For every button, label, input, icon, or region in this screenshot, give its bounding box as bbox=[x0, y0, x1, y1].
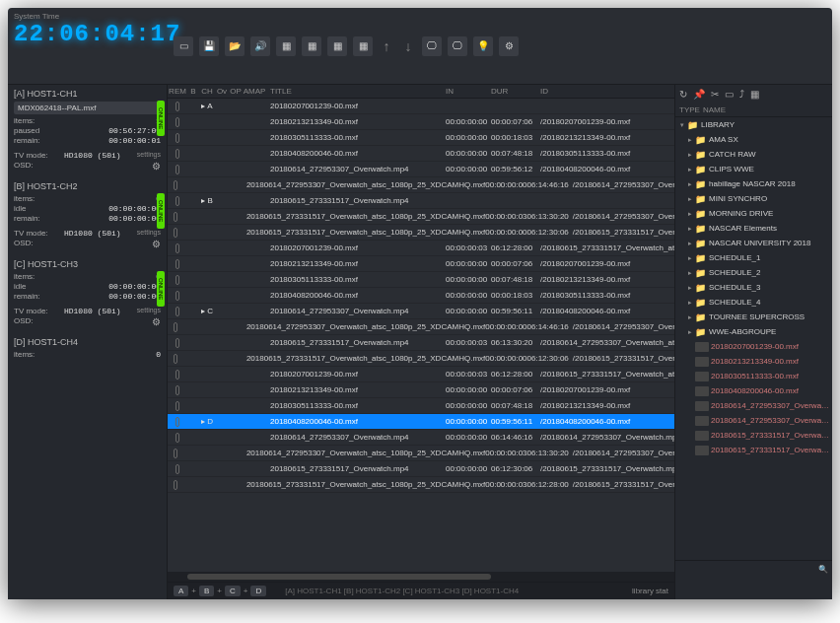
settings-link[interactable]: settings bbox=[137, 229, 161, 238]
library-body[interactable]: ▾📁LIBRARY▸📁AMA SX▸📁CATCH RAW▸📁CLIPS WWE▸… bbox=[675, 117, 832, 560]
playlist-row[interactable]: ▸ D 20180408200046-00.mxf 00:00:00:00 00… bbox=[168, 414, 674, 430]
col-rem[interactable]: REM bbox=[168, 87, 187, 96]
grid-icon[interactable]: ▦ bbox=[750, 89, 759, 100]
channel-button[interactable]: B bbox=[199, 586, 214, 596]
playlist-row[interactable]: 20180408200046-00.mxf 00:00:00:00 00:00:… bbox=[168, 288, 674, 304]
playlist-row[interactable]: 20180614_272953307_Overwatch_atsc_1080p_… bbox=[168, 446, 674, 461]
library-folder[interactable]: ▸📁CATCH RAW bbox=[675, 147, 832, 162]
library-folder[interactable]: ▸📁WWE-ABGROUPE bbox=[675, 324, 832, 339]
library-folder[interactable]: ▸📁TOURNEE SUPERCROSS bbox=[675, 310, 832, 324]
library-file[interactable]: 20180207001239-00.mxf bbox=[675, 339, 832, 354]
bulb-icon[interactable]: 💡 bbox=[473, 36, 493, 56]
library-file[interactable]: 20180614_272953307_Overwatch_atsc... bbox=[675, 413, 832, 428]
library-folder[interactable]: ▸📁CLIPS WWE bbox=[675, 162, 832, 176]
library-folder[interactable]: ▸📁MINI SYNCHRO bbox=[675, 191, 832, 206]
col-amap[interactable]: AMAP bbox=[243, 87, 266, 96]
library-folder[interactable]: ▸📁SCHEDULE_1 bbox=[675, 250, 832, 265]
playlist-row[interactable]: 20180408200046-00.mxf 00:00:00:00 00:07:… bbox=[168, 146, 674, 162]
col-op[interactable]: OP bbox=[229, 87, 243, 96]
library-folder[interactable]: ▸📁NASCAR UNIVERSITY 2018 bbox=[675, 236, 832, 250]
playlist-row[interactable]: 20180615_273331517_Overwatch_atsc_1080p_… bbox=[168, 351, 674, 367]
playlist-row[interactable]: 20180615_273331517_Overwatch_atsc_1080p_… bbox=[168, 209, 674, 225]
playlist-row[interactable]: 20180207001239-00.mxf 00:00:00:03 06:12:… bbox=[168, 241, 674, 256]
clip-icon[interactable]: ▦ bbox=[276, 36, 296, 56]
library-folder[interactable]: ▸📁SCHEDULE_4 bbox=[675, 295, 832, 310]
settings-link[interactable]: settings bbox=[137, 151, 161, 160]
library-folder[interactable]: ▸📁SCHEDULE_3 bbox=[675, 280, 832, 295]
playlist-row[interactable]: 20180305113333-00.mxf 00:00:00:00 00:07:… bbox=[168, 398, 674, 414]
col-id[interactable]: ID bbox=[536, 87, 674, 96]
playlist-row[interactable]: 20180615_273331517_Overwatch_atsc_1080p_… bbox=[168, 477, 674, 493]
library-root[interactable]: ▾📁LIBRARY bbox=[675, 117, 832, 132]
up-arrow-icon[interactable]: ↑ bbox=[379, 35, 394, 58]
down-arrow-icon[interactable]: ↓ bbox=[400, 35, 416, 58]
scrollbar-thumb[interactable] bbox=[187, 574, 491, 580]
clip2-icon[interactable]: ▦ bbox=[302, 36, 321, 56]
playlist-row[interactable]: 20180213213349-00.mxf 00:00:00:00 00:00:… bbox=[168, 256, 674, 272]
export-icon[interactable]: ⤴ bbox=[739, 89, 744, 100]
pin-icon[interactable]: 📌 bbox=[693, 89, 705, 100]
gear-icon[interactable]: ⚙ bbox=[152, 316, 161, 327]
library-file[interactable]: 20180213213349-00.mxf bbox=[675, 354, 832, 369]
channel-button[interactable]: D bbox=[250, 586, 266, 596]
col-title[interactable]: TITLE bbox=[266, 87, 446, 96]
library-folder[interactable]: ▸📁AMA SX bbox=[675, 132, 832, 147]
library-folder[interactable]: ▸📁habillage NASCAR 2018 bbox=[675, 176, 832, 191]
col-ov[interactable]: Ov bbox=[215, 87, 229, 96]
playlist-row[interactable]: 20180615_273331517_Overwatch.mp4 00:00:0… bbox=[168, 335, 674, 351]
playlist-row[interactable]: ▸ A 20180207001239-00.mxf bbox=[168, 99, 674, 114]
playlist-row[interactable]: 20180615_273331517_Overwatch.mp4 00:00:0… bbox=[168, 461, 674, 477]
playlist-row[interactable]: 20180614_272953307_Overwatch.mp4 00:00:0… bbox=[168, 430, 674, 446]
box-icon[interactable]: ▭ bbox=[725, 89, 734, 100]
playlist-row[interactable]: 20180614_272953307_Overwatch_atsc_1080p_… bbox=[168, 177, 674, 193]
gear-icon[interactable]: ⚙ bbox=[152, 239, 161, 249]
col-ch[interactable]: CH bbox=[199, 87, 215, 96]
search-icon[interactable]: 🔍 bbox=[818, 565, 828, 574]
settings-icon[interactable]: ⚙ bbox=[499, 36, 519, 56]
playlist-row[interactable]: ▸ B 20180615_273331517_Overwatch.mp4 bbox=[168, 193, 674, 209]
library-folder[interactable]: ▸📁NASCAR Elements bbox=[675, 221, 832, 236]
monitor2-icon[interactable]: 🖵 bbox=[448, 36, 467, 56]
monitor-icon[interactable]: 🖵 bbox=[422, 36, 442, 56]
playlist-body[interactable]: ▸ A 20180207001239-00.mxf 20180213213349… bbox=[168, 99, 674, 572]
col-dur[interactable]: DUR bbox=[491, 87, 536, 96]
host-block[interactable]: [B] HOST1-CH2 ONLINE items:0 idle00:00:0… bbox=[14, 181, 161, 249]
host-block[interactable]: [D] HOST1-CH4 items:0 bbox=[14, 337, 161, 359]
clip4-icon[interactable]: ▦ bbox=[353, 36, 373, 56]
playlist-row[interactable]: 20180614_272953307_Overwatch.mp4 00:00:0… bbox=[168, 162, 674, 177]
playlist-row[interactable]: 20180305113333-00.mxf 00:00:00:00 00:00:… bbox=[168, 130, 674, 146]
library-file[interactable]: 20180615_273331517_Overwatch.mp4 bbox=[675, 428, 832, 443]
row-dur: 00:59:56:11 bbox=[491, 417, 536, 426]
library-file[interactable]: 20180305113333-00.mxf bbox=[675, 369, 832, 383]
library-file[interactable]: 20180614_272953307_Overwatch.mp4 bbox=[675, 398, 832, 413]
lib-col-name[interactable]: NAME bbox=[703, 105, 828, 114]
open-icon[interactable]: 📂 bbox=[225, 36, 245, 56]
library-folder[interactable]: ▸📁MORNING DRIVE bbox=[675, 206, 832, 221]
settings-link[interactable]: settings bbox=[137, 307, 161, 315]
playlist-row[interactable]: 20180213213349-00.mxf 00:00:00:00 00:00:… bbox=[168, 114, 674, 130]
host-block[interactable]: [A] HOST1-CH1 MDX062418--PAL.mxf ONLINE … bbox=[14, 89, 161, 172]
new-icon[interactable]: ▭ bbox=[174, 36, 193, 56]
host-block[interactable]: [C] HOST1-CH3 ONLINE items:0 idle00:00:0… bbox=[14, 259, 161, 327]
col-b[interactable]: B bbox=[187, 87, 199, 96]
playlist-row[interactable]: 20180614_272953307_Overwatch_atsc_1080p_… bbox=[168, 319, 674, 335]
library-file[interactable]: 20180408200046-00.mxf bbox=[675, 383, 832, 398]
save-icon[interactable]: 💾 bbox=[199, 36, 219, 56]
playlist-row[interactable]: 20180213213349-00.mxf 00:00:00:00 00:00:… bbox=[168, 382, 674, 398]
cut-icon[interactable]: ✂ bbox=[711, 89, 719, 100]
h-scrollbar[interactable] bbox=[168, 572, 674, 582]
playlist-row[interactable]: 20180615_273331517_Overwatch_atsc_1080p_… bbox=[168, 225, 674, 241]
audio-icon[interactable]: 🔊 bbox=[250, 36, 270, 56]
refresh-icon[interactable]: ↻ bbox=[679, 89, 687, 100]
library-folder[interactable]: ▸📁SCHEDULE_2 bbox=[675, 265, 832, 280]
playlist-row[interactable]: ▸ C 20180614_272953307_Overwatch.mp4 00:… bbox=[168, 304, 674, 319]
clip3-icon[interactable]: ▦ bbox=[327, 36, 347, 56]
library-file[interactable]: 20180615_273331517_Overwatch_atsc... bbox=[675, 443, 832, 457]
playlist-row[interactable]: 20180305113333-00.mxf 00:00:00:00 00:07:… bbox=[168, 272, 674, 288]
channel-button[interactable]: C bbox=[225, 586, 241, 596]
lib-col-type[interactable]: TYPE bbox=[679, 105, 703, 114]
playlist-row[interactable]: 20180207001239-00.mxf 00:00:00:03 06:12:… bbox=[168, 367, 674, 382]
channel-button[interactable]: A bbox=[174, 586, 188, 596]
gear-icon[interactable]: ⚙ bbox=[152, 161, 161, 172]
col-in[interactable]: IN bbox=[446, 87, 491, 96]
